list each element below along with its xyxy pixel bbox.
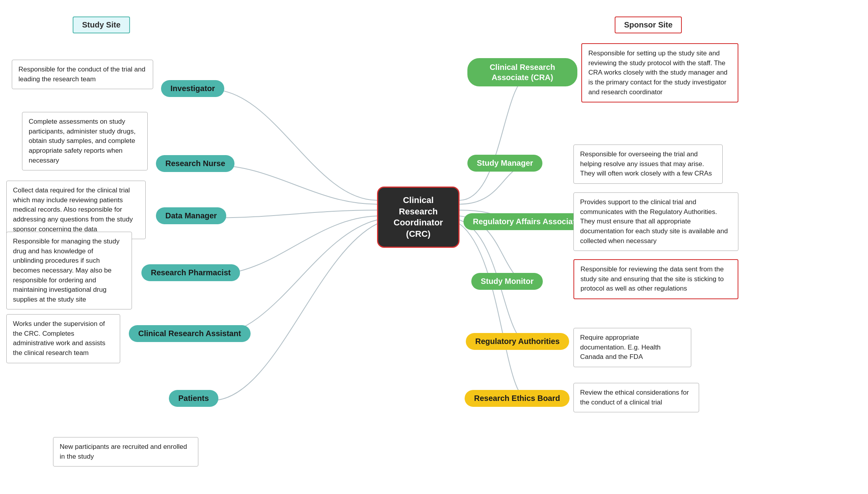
clinical-research-assistant-pill: Clinical Research Assistant — [129, 325, 251, 342]
regulatory-authorities-desc: Require appropriate documentation. E.g. … — [573, 328, 691, 367]
investigator-pill: Investigator — [161, 80, 224, 97]
study-monitor-desc: Responsible for reviewing the data sent … — [573, 259, 738, 299]
research-ethics-board-desc: Review the ethical considerations for th… — [573, 383, 699, 412]
study-manager-desc: Responsible for overseeing the trial and… — [573, 145, 723, 184]
clinical-research-assistant-desc: Works under the supervision of the CRC. … — [6, 314, 120, 363]
study-manager-pill: Study Manager — [467, 155, 542, 172]
investigator-desc: Responsible for the conduct of the trial… — [12, 60, 153, 89]
data-manager-pill: Data Manager — [156, 207, 226, 224]
sponsor-site-label: Sponsor Site — [615, 16, 682, 33]
study-monitor-pill: Study Monitor — [471, 273, 543, 290]
patients-desc: New participants are recruited and enrol… — [53, 437, 198, 467]
regulatory-affairs-pill: Regulatory Affairs Associate — [463, 213, 589, 230]
study-site-label: Study Site — [73, 16, 130, 33]
research-pharmacist-desc: Responsible for managing the study drug … — [6, 232, 132, 309]
data-manager-desc: Collect data required for the clinical t… — [6, 181, 146, 239]
cra-pill: Clinical Research Associate (CRA) — [467, 58, 577, 86]
research-nurse-pill: Research Nurse — [156, 155, 234, 172]
cra-desc: Responsible for setting up the study sit… — [581, 43, 738, 102]
center-node: Clinical Research Coordinator (CRC) — [377, 187, 460, 248]
regulatory-affairs-desc: Provides support to the clinical trial a… — [573, 192, 738, 251]
diagram: Clinical Research Coordinator (CRC) Stud… — [0, 0, 868, 494]
research-nurse-desc: Complete assessments on study participan… — [22, 112, 148, 170]
patients-pill: Patients — [169, 390, 218, 407]
research-ethics-board-pill: Research Ethics Board — [465, 390, 570, 407]
regulatory-authorities-pill: Regulatory Authorities — [466, 333, 569, 350]
research-pharmacist-pill: Research Pharmacist — [141, 264, 240, 281]
